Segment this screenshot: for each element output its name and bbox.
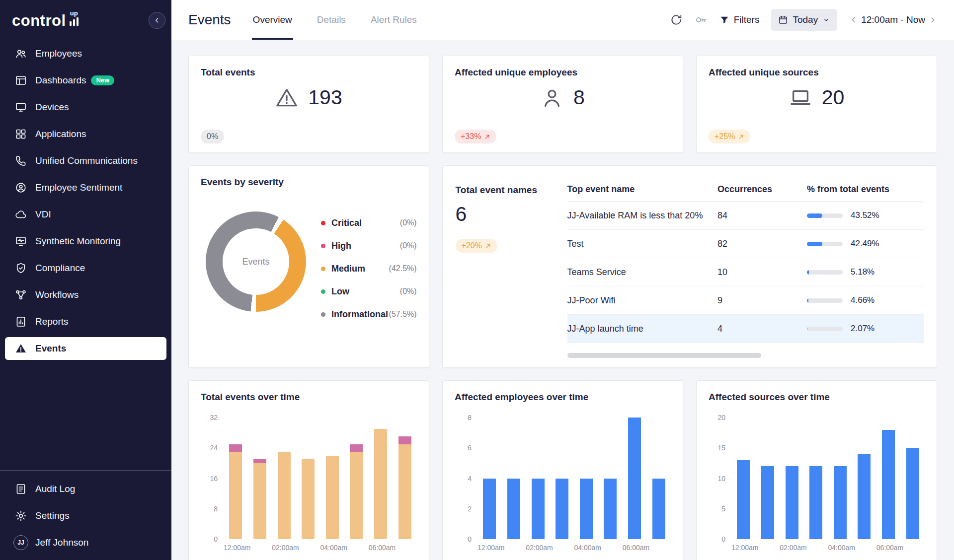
tab-overview[interactable]: Overview bbox=[252, 0, 293, 40]
bar[interactable] bbox=[882, 418, 895, 539]
vdi-icon bbox=[15, 209, 27, 220]
sidebar-item-settings[interactable]: Settings bbox=[0, 502, 171, 529]
bar-segment bbox=[604, 479, 617, 540]
tab-alert-rules[interactable]: Alert Rules bbox=[370, 0, 418, 40]
bar[interactable] bbox=[556, 418, 568, 539]
table-row[interactable]: Test8242.49% bbox=[567, 230, 924, 258]
bar[interactable] bbox=[532, 418, 545, 539]
bar[interactable] bbox=[628, 418, 641, 539]
key-icon[interactable] bbox=[695, 13, 708, 26]
bar[interactable] bbox=[278, 418, 291, 539]
chart-column bbox=[852, 418, 876, 554]
percent-bar bbox=[807, 270, 843, 275]
table-row[interactable]: JJ-App launch time42.07% bbox=[567, 315, 924, 343]
bar[interactable] bbox=[737, 418, 750, 539]
table-row[interactable]: JJ-Available RAM is less that 20%8443.52… bbox=[567, 202, 924, 230]
legend-item-critical[interactable]: Critical(0%) bbox=[321, 211, 417, 234]
bar[interactable] bbox=[834, 418, 847, 539]
y-axis-label: 20 bbox=[717, 414, 725, 421]
sidebar-item-audit-log[interactable]: Audit Log bbox=[0, 476, 171, 502]
sidebar-item-jeff-johnson[interactable]: JJJeff Johnson bbox=[0, 529, 171, 556]
percent-bar bbox=[807, 242, 843, 246]
chevron-left-icon[interactable] bbox=[849, 15, 858, 24]
bar[interactable] bbox=[604, 418, 617, 539]
bar[interactable] bbox=[253, 418, 266, 539]
sidebar-item-employee-sentiment[interactable]: Employee Sentiment bbox=[0, 174, 171, 201]
event-name: JJ-App launch time bbox=[567, 324, 717, 334]
refresh-icon[interactable] bbox=[670, 13, 683, 26]
stat-value: 193 bbox=[308, 86, 342, 109]
severity-legend: Critical(0%)High(0%)Medium(42.5%)Low(0%)… bbox=[321, 211, 417, 326]
sidebar-item-label: Reports bbox=[35, 316, 69, 327]
bar[interactable] bbox=[374, 418, 387, 539]
person-icon bbox=[541, 86, 563, 109]
sidebar-item-synthetic-monitoring[interactable]: Synthetic Monitoring bbox=[0, 228, 171, 255]
bar[interactable] bbox=[483, 418, 496, 539]
legend-dot bbox=[321, 221, 325, 225]
sidebar-item-workflows[interactable]: Workflows bbox=[0, 281, 171, 308]
legend-item-low[interactable]: Low(0%) bbox=[321, 280, 417, 303]
bar[interactable] bbox=[786, 418, 798, 539]
legend-item-medium[interactable]: Medium(42.5%) bbox=[321, 257, 417, 280]
employee-sentiment-icon bbox=[15, 182, 27, 194]
chevron-right-icon[interactable] bbox=[928, 15, 937, 24]
legend-item-informational[interactable]: Informational(57.5%) bbox=[321, 303, 417, 326]
time-range-label: 12:00am - Now bbox=[861, 14, 925, 25]
sidebar-collapse-button[interactable] bbox=[149, 12, 165, 29]
bar[interactable] bbox=[858, 418, 871, 539]
table-row[interactable]: Teams Service105.18% bbox=[567, 258, 924, 286]
percent-bar bbox=[807, 327, 843, 331]
card-title: Total events over time bbox=[201, 392, 417, 403]
stat-card-total-events: Total events 193 0% bbox=[188, 56, 429, 153]
card-title: Affected unique employees bbox=[455, 67, 671, 78]
sidebar-item-dashboards[interactable]: DashboardsNew bbox=[0, 67, 171, 94]
bar[interactable] bbox=[326, 418, 339, 539]
sidebar-item-devices[interactable]: Devices bbox=[0, 94, 171, 121]
stat-value: 20 bbox=[822, 86, 845, 109]
sidebar-item-compliance[interactable]: Compliance bbox=[0, 255, 171, 281]
compliance-icon bbox=[15, 262, 27, 274]
bar[interactable] bbox=[229, 418, 242, 539]
bar[interactable] bbox=[507, 418, 520, 539]
sidebar-item-reports[interactable]: Reports bbox=[0, 308, 171, 335]
devices-icon bbox=[15, 101, 27, 113]
bar[interactable] bbox=[761, 418, 774, 539]
chart-column bbox=[296, 418, 320, 554]
reports-icon bbox=[15, 316, 27, 328]
stat-card-affected-sources: Affected unique sources 20 +25% bbox=[696, 56, 937, 153]
bar[interactable] bbox=[652, 418, 665, 539]
x-axis-label: 02:00am bbox=[526, 539, 550, 554]
chart-column: 04:00am bbox=[320, 418, 345, 554]
x-axis-label bbox=[900, 539, 925, 554]
date-picker-button[interactable]: Today bbox=[771, 9, 837, 31]
sidebar-item-label: Compliance bbox=[35, 263, 85, 274]
chart-card-affected-sources-over-time: Affected sources over time 05101520 12:0… bbox=[696, 380, 937, 560]
sidebar-item-applications[interactable]: Applications bbox=[0, 121, 171, 147]
bar[interactable] bbox=[580, 418, 593, 539]
bar[interactable] bbox=[350, 418, 363, 539]
sidebar-item-events[interactable]: Events bbox=[5, 337, 166, 360]
sidebar-item-unified-communications[interactable]: Unified Communications bbox=[0, 147, 171, 174]
sidebar-item-vdi[interactable]: VDI bbox=[0, 201, 171, 228]
tab-details[interactable]: Details bbox=[316, 0, 347, 40]
bar[interactable] bbox=[302, 418, 315, 539]
sidebar-item-employees[interactable]: Employees bbox=[0, 40, 171, 67]
bar-segment bbox=[326, 456, 339, 539]
severity-donut-chart[interactable]: Events bbox=[206, 211, 306, 312]
table-row[interactable]: JJ-Poor Wifi94.66% bbox=[567, 286, 924, 315]
bar[interactable] bbox=[398, 418, 411, 539]
horizontal-scrollbar[interactable] bbox=[567, 353, 761, 358]
trend-badge-text: +25% bbox=[715, 132, 735, 141]
bar-segment bbox=[628, 418, 641, 539]
legend-item-high[interactable]: High(0%) bbox=[321, 234, 417, 257]
bar-segment bbox=[786, 466, 798, 539]
bar-segment bbox=[350, 444, 363, 452]
card-title: Affected sources over time bbox=[709, 392, 925, 403]
filters-button[interactable]: Filters bbox=[719, 14, 760, 25]
legend-value: (57.5%) bbox=[389, 310, 417, 319]
percent-label: 2.07% bbox=[851, 324, 874, 334]
plot-area: 12:00am02:00am04:00am06:00am bbox=[224, 418, 417, 554]
bar[interactable] bbox=[809, 418, 822, 539]
bar[interactable] bbox=[906, 418, 919, 539]
legend-value: (0%) bbox=[400, 218, 417, 227]
